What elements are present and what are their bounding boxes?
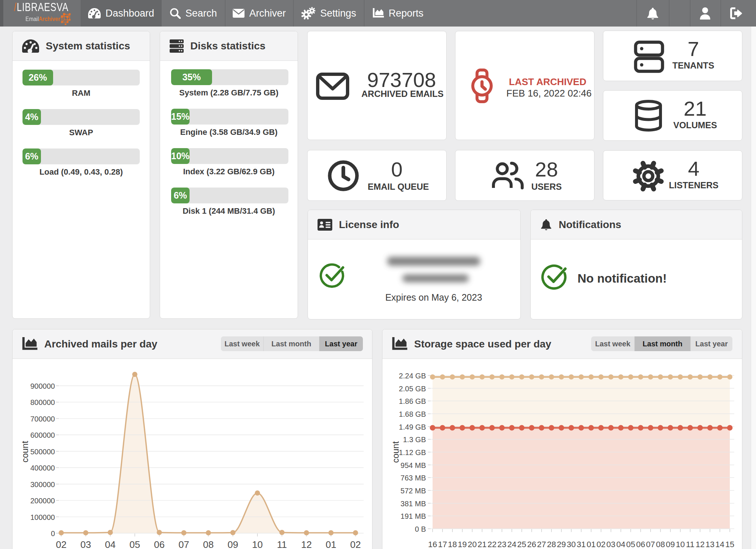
svg-text:27: 27 [537,540,546,549]
svg-text:06: 06 [636,540,645,549]
svg-text:900000: 900000 [30,382,55,390]
svg-text:08: 08 [656,540,665,549]
svg-text:2.24 GB: 2.24 GB [399,372,426,380]
svg-text:07: 07 [646,540,655,549]
svg-text:02: 02 [596,540,605,549]
svg-text:02: 02 [350,539,361,549]
svg-text:500000: 500000 [30,448,55,456]
svg-text:572 MB: 572 MB [400,487,426,495]
svg-text:10: 10 [252,539,263,549]
svg-text:12: 12 [301,539,312,549]
svg-text:31: 31 [577,540,586,549]
svg-text:01: 01 [587,540,596,549]
svg-text:400000: 400000 [30,464,55,472]
svg-text:0 B: 0 B [415,525,426,533]
svg-text:21: 21 [478,540,486,549]
svg-text:05: 05 [626,540,635,549]
svg-text:15: 15 [725,540,734,549]
svg-text:08: 08 [203,539,214,549]
svg-text:03: 03 [606,540,615,549]
svg-text:0: 0 [51,529,55,538]
svg-text:28: 28 [547,540,556,549]
svg-text:1.12 GB: 1.12 GB [399,448,426,457]
svg-text:01: 01 [326,539,336,549]
svg-text:1.68 GB: 1.68 GB [399,410,426,418]
svg-text:10: 10 [676,540,684,549]
svg-text:04: 04 [105,539,116,549]
svg-text:300000: 300000 [30,480,55,489]
svg-text:2.05 GB: 2.05 GB [399,385,426,393]
svg-text:06: 06 [154,539,165,549]
svg-text:09: 09 [666,540,675,549]
svg-text:25: 25 [517,540,526,549]
svg-text:count: count [20,441,30,462]
svg-text:11: 11 [277,539,287,549]
svg-text:19: 19 [458,540,467,549]
svg-text:700000: 700000 [30,415,55,423]
svg-text:04: 04 [616,540,625,549]
svg-text:800000: 800000 [30,398,55,406]
svg-text:1.49 GB: 1.49 GB [399,423,426,431]
svg-text:11: 11 [686,540,694,549]
svg-text:count: count [391,441,400,463]
svg-text:13: 13 [705,540,714,549]
svg-text:30: 30 [567,540,576,549]
svg-text:763 MB: 763 MB [400,474,426,482]
svg-text:29: 29 [557,540,566,549]
svg-text:18: 18 [448,540,457,549]
svg-text:1.86 GB: 1.86 GB [399,397,426,405]
svg-text:05: 05 [129,539,140,549]
svg-text:23: 23 [497,540,506,549]
svg-text:954 MB: 954 MB [400,461,426,469]
svg-text:24: 24 [507,540,516,549]
svg-text:07: 07 [178,539,189,549]
svg-text:02: 02 [56,539,67,549]
svg-text:14: 14 [715,540,724,549]
svg-text:191 MB: 191 MB [400,512,426,520]
svg-text:09: 09 [228,539,238,549]
svg-text:600000: 600000 [30,431,55,439]
svg-text:1.3 GB: 1.3 GB [403,436,426,444]
svg-text:20: 20 [468,540,476,549]
svg-text:16: 16 [428,540,437,549]
svg-text:22: 22 [488,540,496,549]
svg-text:381 MB: 381 MB [400,500,426,508]
svg-text:100000: 100000 [30,513,55,521]
svg-text:200000: 200000 [30,497,55,505]
svg-text:26: 26 [527,540,536,549]
svg-text:03: 03 [80,539,91,549]
svg-text:12: 12 [696,540,704,549]
svg-text:17: 17 [438,540,447,549]
